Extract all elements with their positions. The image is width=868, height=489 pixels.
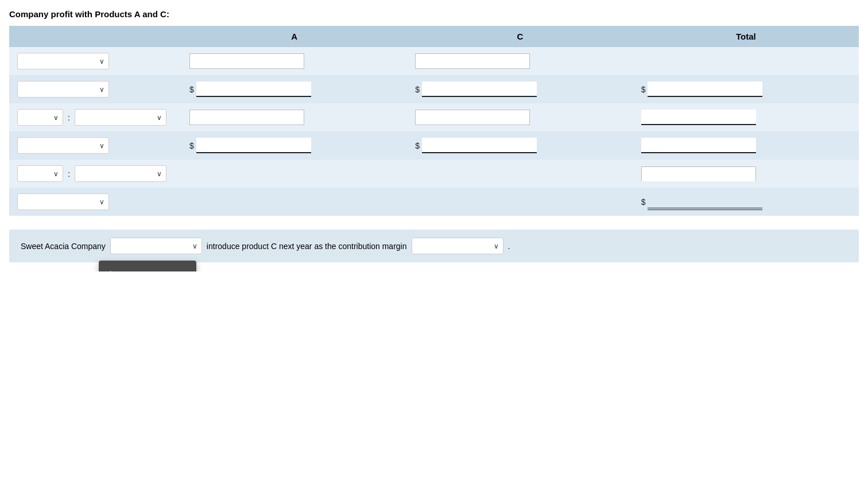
row4-a-cell: $ xyxy=(181,131,407,160)
col-total-header: Total xyxy=(633,26,859,47)
row2-total-cell: $ xyxy=(633,75,859,103)
row6-select-wrapper[interactable] xyxy=(17,193,109,210)
row3-c-input[interactable] xyxy=(415,110,530,125)
row2-label-cell xyxy=(9,75,181,103)
row1-a-input[interactable] xyxy=(189,53,304,69)
row5-select2[interactable] xyxy=(75,165,166,182)
row3-total-cell xyxy=(633,103,859,131)
table-row: : xyxy=(9,103,859,131)
row3-colon: : xyxy=(68,113,70,122)
row6-label-cell xyxy=(9,188,181,216)
row2-total-input[interactable] xyxy=(648,82,762,97)
row5-label-cell: : xyxy=(9,160,181,188)
row2-select[interactable] xyxy=(17,81,109,98)
row1-c-cell xyxy=(407,47,633,75)
row6-total-dollar: $ xyxy=(641,197,646,207)
row1-c-input[interactable] xyxy=(415,53,530,69)
row5-select2-wrapper[interactable] xyxy=(75,165,166,182)
row4-c-cell: $ xyxy=(407,131,633,160)
conclusion-section: Sweet Acacia Company should should not ✓… xyxy=(9,230,859,262)
profit-table: A C Total xyxy=(9,26,859,216)
row3-select1[interactable] xyxy=(17,109,63,126)
margin-select-wrapper[interactable] xyxy=(412,238,503,254)
row5-a-cell xyxy=(181,160,407,188)
table-row xyxy=(9,47,859,75)
row1-select[interactable] xyxy=(17,53,109,69)
row2-c-input[interactable] xyxy=(422,82,537,97)
should-dropdown-container: should should not ✓ should should not xyxy=(110,238,202,254)
row2-c-cell: $ xyxy=(407,75,633,103)
col-a-header: A xyxy=(181,26,407,47)
row5-select1[interactable] xyxy=(17,165,63,182)
conclusion-text-middle: introduce product C next year as the con… xyxy=(207,242,407,251)
row3-total-input[interactable] xyxy=(641,110,756,125)
row4-a-input[interactable] xyxy=(196,138,311,153)
row3-c-cell xyxy=(407,103,633,131)
row4-total-cell xyxy=(633,131,859,160)
row3-select2[interactable] xyxy=(75,109,166,126)
row5-select1-wrapper[interactable] xyxy=(17,165,63,182)
should-select-wrapper[interactable]: should should not xyxy=(110,238,202,254)
row3-label-cell: : xyxy=(9,103,181,131)
table-row: $ xyxy=(9,188,859,216)
row4-select-wrapper[interactable] xyxy=(17,137,109,154)
col-label-header xyxy=(9,26,181,47)
row3-select1-wrapper[interactable] xyxy=(17,109,63,126)
row2-a-dollar: $ xyxy=(189,85,194,94)
row4-a-dollar: $ xyxy=(189,141,194,150)
conclusion-text-before: Sweet Acacia Company xyxy=(21,242,106,251)
row2-a-cell: $ xyxy=(181,75,407,103)
row2-a-input[interactable] xyxy=(196,82,311,97)
row4-total-input[interactable] xyxy=(641,138,756,153)
row4-label-cell xyxy=(9,131,181,160)
table-row: : xyxy=(9,160,859,188)
row6-total-input[interactable] xyxy=(648,193,762,210)
row3-select2-wrapper[interactable] xyxy=(75,109,166,126)
should-dropdown-popup: ✓ should should not xyxy=(99,261,196,271)
conclusion-text-end: . xyxy=(508,242,510,251)
row2-c-dollar: $ xyxy=(415,85,420,94)
table-row: $ $ $ xyxy=(9,75,859,103)
dropdown-checkmark: ✓ xyxy=(99,265,196,271)
margin-select[interactable] xyxy=(412,238,503,254)
row5-colon: : xyxy=(68,169,70,178)
row1-label-cell xyxy=(9,47,181,75)
row6-total-cell: $ xyxy=(633,188,859,216)
row4-c-dollar: $ xyxy=(415,141,420,150)
row4-select[interactable] xyxy=(17,137,109,154)
row3-a-cell xyxy=(181,103,407,131)
row6-c-cell xyxy=(407,188,633,216)
table-row: $ $ xyxy=(9,131,859,160)
row6-select[interactable] xyxy=(17,193,109,210)
should-select[interactable]: should should not xyxy=(110,238,202,254)
row1-select-wrapper[interactable] xyxy=(17,53,109,69)
row5-total-input[interactable] xyxy=(641,166,756,181)
row2-total-dollar: $ xyxy=(641,85,646,94)
col-c-header: C xyxy=(407,26,633,47)
row1-a-cell xyxy=(181,47,407,75)
row2-select-wrapper[interactable] xyxy=(17,81,109,98)
row1-total-cell xyxy=(633,47,859,75)
row4-c-input[interactable] xyxy=(422,138,537,153)
row5-total-cell xyxy=(633,160,859,188)
row5-c-cell xyxy=(407,160,633,188)
row6-a-cell xyxy=(181,188,407,216)
page-title: Company profit with Products A and C: xyxy=(9,9,859,19)
row3-a-input[interactable] xyxy=(189,110,304,125)
